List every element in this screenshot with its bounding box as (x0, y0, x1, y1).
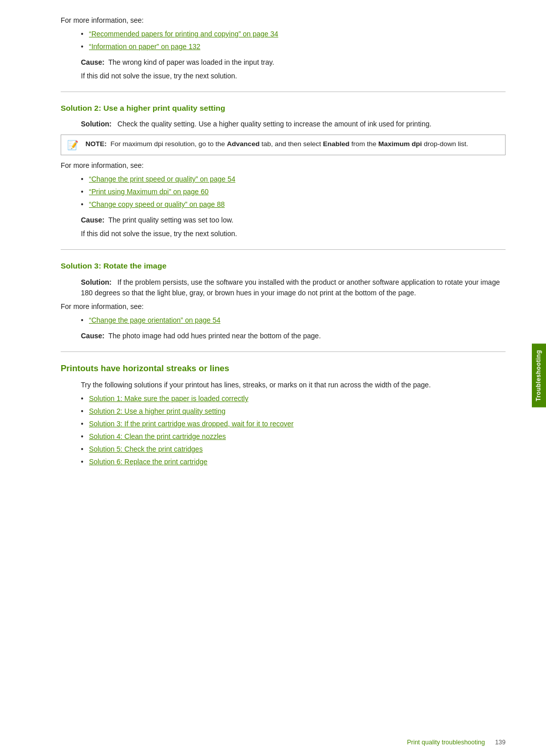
side-tab: Troubleshooting (532, 344, 546, 408)
intro-cause: Cause: The wrong kind of paper was loade… (81, 57, 506, 68)
cause-label-3: Cause: (81, 332, 105, 340)
note-maxdpi: Maximum dpi (378, 140, 422, 148)
list-item: “Information on paper” on page 132 (81, 41, 506, 52)
solution2-for-more-info: For more information, see: (61, 160, 506, 171)
cause-text-3: The photo image had odd hues printed nea… (108, 332, 321, 340)
solution3-heading: Solution 3: Rotate the image (61, 260, 506, 272)
list-item: “Recommended papers for printing and cop… (81, 29, 506, 39)
horizontal-streaks-section: Printouts have horizontal streaks or lin… (61, 362, 506, 468)
intro-section: For more information, see: “Recommended … (61, 15, 506, 81)
for-more-info-label: For more information, see: (61, 15, 506, 26)
horizontal-streaks-links-list: Solution 1: Make sure the paper is loade… (81, 393, 506, 467)
hs-link-5[interactable]: Solution 5: Check the print catridges (89, 445, 203, 453)
cause-text: The wrong kind of paper was loaded in th… (108, 58, 274, 66)
cause-text-2: The print quality setting was set too lo… (108, 216, 233, 224)
solution2-text: Check the quality setting. Use a higher … (117, 120, 431, 128)
solution3-link-1[interactable]: “Change the page orientation” on page 54 (89, 316, 220, 324)
list-item: Solution 5: Check the print catridges (81, 444, 506, 455)
list-item: “Change the page orientation” on page 54 (81, 315, 506, 326)
solution2-section: Solution 2: Use a higher print quality s… (61, 102, 506, 239)
hs-link-6[interactable]: Solution 6: Replace the print cartridge (89, 458, 207, 466)
list-item: “Print using Maximum dpi” on page 60 (81, 187, 506, 197)
solution2-link-1[interactable]: “Change the print speed or quality” on p… (89, 175, 236, 183)
solution3-cause: Cause: The photo image had odd hues prin… (81, 331, 506, 341)
cause-label: Cause: (81, 58, 105, 66)
note-label: NOTE: (85, 140, 107, 148)
list-item: Solution 6: Replace the print cartridge (81, 457, 506, 467)
solution2-if-not-solved: If this did not solve the issue, try the… (81, 229, 506, 239)
divider-3 (61, 351, 506, 352)
intro-links-list: “Recommended papers for printing and cop… (81, 29, 506, 52)
hs-link-2[interactable]: Solution 2: Use a higher print quality s… (89, 407, 225, 415)
note-icon: 📝 (67, 140, 81, 151)
list-item: “Change the print speed or quality” on p… (81, 174, 506, 185)
hs-link-4[interactable]: Solution 4: Clean the print cartridge no… (89, 432, 226, 440)
solution3-links-list: “Change the page orientation” on page 54 (81, 315, 506, 326)
list-item: Solution 4: Clean the print cartridge no… (81, 431, 506, 442)
horizontal-streaks-intro: Try the following solutions if your prin… (81, 380, 506, 390)
solution3-text: If the problem persists, use the softwar… (81, 278, 500, 297)
list-item: Solution 1: Make sure the paper is loade… (81, 393, 506, 404)
footer-label: Print quality troubleshooting (407, 739, 485, 746)
list-item: Solution 3: If the print cartridge was d… (81, 419, 506, 429)
solution2-cause: Cause: The print quality setting was set… (81, 215, 506, 226)
solution2-body: Solution: Check the quality setting. Use… (81, 119, 506, 129)
note-advanced: Advanced (227, 140, 260, 148)
intro-link-2[interactable]: “Information on paper” on page 132 (89, 42, 200, 51)
divider-1 (61, 92, 506, 92)
note-enabled: Enabled (323, 140, 350, 148)
note-box: 📝 NOTE: For maximum dpi resolution, go t… (61, 135, 506, 155)
cause-label-2: Cause: (81, 216, 105, 224)
horizontal-streaks-heading: Printouts have horizontal streaks or lin… (61, 362, 506, 375)
hs-link-1[interactable]: Solution 1: Make sure the paper is loade… (89, 394, 248, 403)
solution3-for-more-info: For more information, see: (61, 301, 506, 312)
solution2-label: Solution: (81, 120, 112, 128)
note-text: NOTE: For maximum dpi resolution, go to … (85, 139, 468, 149)
hs-link-3[interactable]: Solution 3: If the print cartridge was d… (89, 420, 294, 428)
intro-link-1[interactable]: “Recommended papers for printing and cop… (89, 30, 278, 38)
footer: Print quality troubleshooting 139 (407, 739, 506, 746)
solution3-section: Solution 3: Rotate the image Solution: I… (61, 260, 506, 341)
solution2-link-3[interactable]: “Change copy speed or quality” on page 8… (89, 200, 225, 208)
divider-2 (61, 249, 506, 250)
solution2-link-2[interactable]: “Print using Maximum dpi” on page 60 (89, 188, 209, 196)
solution2-links-list: “Change the print speed or quality” on p… (81, 174, 506, 210)
footer-page: 139 (495, 739, 506, 746)
solution3-body: Solution: If the problem persists, use t… (81, 277, 506, 298)
solution2-heading: Solution 2: Use a higher print quality s… (61, 102, 506, 114)
list-item: Solution 2: Use a higher print quality s… (81, 406, 506, 417)
intro-if-not-solved: If this did not solve the issue, try the… (81, 71, 506, 81)
solution3-label: Solution: (81, 278, 112, 286)
list-item: “Change copy speed or quality” on page 8… (81, 199, 506, 210)
